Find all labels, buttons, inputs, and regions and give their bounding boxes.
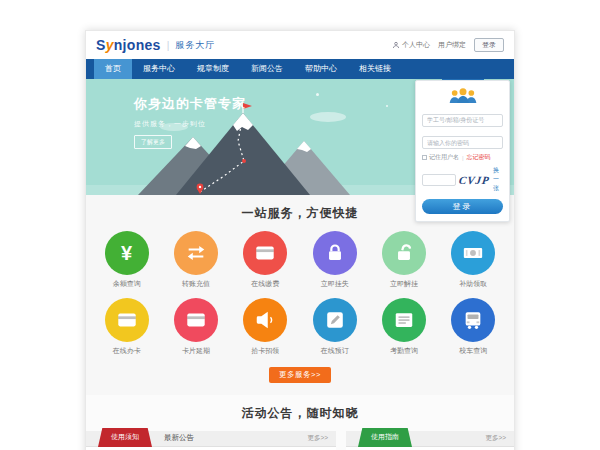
right-more-link[interactable]: 更多>> bbox=[485, 430, 514, 446]
announcement-panels: 使用须知 最新公告 更多>> 使用指南 更多>> bbox=[86, 431, 514, 450]
remember-checkbox[interactable] bbox=[422, 155, 427, 160]
lock-icon bbox=[313, 231, 357, 275]
tab-latest-announcements[interactable]: 最新公告 bbox=[152, 430, 206, 446]
service-label: 补助领取 bbox=[439, 279, 508, 289]
service-label: 在线办卡 bbox=[92, 346, 161, 356]
nav-item-home[interactable]: 首页 bbox=[94, 59, 132, 79]
hero-banner: 你身边的卡管专家 提供服务，一步到位 了解更多 登录 bbox=[86, 79, 514, 195]
service-item-found-card[interactable]: 拾卡招领 bbox=[231, 298, 300, 356]
service-item-school-bus[interactable]: 校车查询 bbox=[439, 298, 508, 356]
logo-y: y bbox=[106, 37, 114, 53]
remember-label: 记住用户名 bbox=[429, 153, 459, 162]
service-item-subsidy[interactable]: 补助领取 bbox=[439, 231, 508, 289]
left-announcement-panel: 使用须知 最新公告 更多>> bbox=[86, 431, 336, 450]
card-icon bbox=[105, 298, 149, 342]
logo-rest: njones bbox=[114, 37, 161, 53]
password-input[interactable] bbox=[422, 136, 503, 149]
header-user-area: 个人中心 用户绑定 登录 bbox=[392, 38, 504, 52]
sparkle-dot bbox=[316, 93, 319, 96]
services-grid: ¥ 余额查询 转账充值 在线缴费 立即挂失 bbox=[92, 231, 508, 356]
right-tabbar: 使用指南 更多>> bbox=[346, 431, 514, 447]
more-services-button[interactable]: 更多服务>> bbox=[269, 367, 331, 383]
edit-icon bbox=[313, 298, 357, 342]
personal-center-label: 个人中心 bbox=[402, 40, 430, 50]
captcha-image: CVJP bbox=[458, 174, 491, 186]
login-card: 记住用户名 | 忘记密码 CVJP 换一张 登录 bbox=[415, 80, 510, 222]
banknote-icon bbox=[451, 231, 495, 275]
tab-usage-notes[interactable]: 使用须知 bbox=[98, 428, 152, 447]
service-label: 转账充值 bbox=[161, 279, 230, 289]
sparkle-dot bbox=[386, 105, 388, 107]
hero-copy: 你身边的卡管专家 提供服务，一步到位 了解更多 bbox=[134, 95, 246, 149]
nav-item-help[interactable]: 帮助中心 bbox=[294, 59, 348, 79]
main-nav: 首页 服务中心 规章制度 新闻公告 帮助中心 相关链接 bbox=[86, 59, 514, 79]
yuan-icon: ¥ bbox=[105, 231, 149, 275]
hero-subtitle: 提供服务，一步到位 bbox=[134, 119, 246, 129]
service-label: 立即挂失 bbox=[300, 279, 369, 289]
login-panel: 登录 记住用户名 | 忘记密码 CVJP 换一张 bbox=[415, 69, 510, 222]
megaphone-icon bbox=[243, 298, 287, 342]
service-item-attendance[interactable]: 考勤查询 bbox=[369, 298, 438, 356]
login-submit-button[interactable]: 登录 bbox=[422, 199, 503, 214]
site-name: 服务大厅 bbox=[175, 39, 215, 52]
person-icon bbox=[392, 41, 400, 49]
services-section: 一站服务，方便快捷 ¥ 余额查询 转账充值 在线缴费 bbox=[86, 195, 514, 395]
left-more-link[interactable]: 更多>> bbox=[307, 430, 336, 446]
service-item-report-loss[interactable]: 立即挂失 bbox=[300, 231, 369, 289]
remember-divider: | bbox=[462, 155, 464, 161]
service-label: 考勤查询 bbox=[369, 346, 438, 356]
captcha-refresh-link[interactable]: 换一张 bbox=[493, 166, 503, 193]
service-item-online-booking[interactable]: 在线预订 bbox=[300, 298, 369, 356]
nav-item-links[interactable]: 相关链接 bbox=[348, 59, 402, 79]
service-label: 拾卡招领 bbox=[231, 346, 300, 356]
page-container: Synjones | 服务大厅 个人中心 用户绑定 登录 首页 服务中心 规章制… bbox=[85, 30, 515, 450]
bus-icon bbox=[451, 298, 495, 342]
announcements-heading: 活动公告，随时知晓 bbox=[86, 405, 514, 422]
service-label: 在线预订 bbox=[300, 346, 369, 356]
header-login-button[interactable]: 登录 bbox=[474, 38, 504, 52]
service-item-balance[interactable]: ¥ 余额查询 bbox=[92, 231, 161, 289]
hero-cta-button[interactable]: 了解更多 bbox=[134, 135, 172, 149]
service-label: 卡片延期 bbox=[161, 346, 230, 356]
list-icon bbox=[382, 298, 426, 342]
left-tabbar: 使用须知 最新公告 更多>> bbox=[86, 431, 336, 447]
announcements-section: 活动公告，随时知晓 使用须知 最新公告 更多>> 使用指南 更多>> bbox=[86, 395, 514, 450]
nav-item-service-center[interactable]: 服务中心 bbox=[132, 59, 186, 79]
service-label: 立即解挂 bbox=[369, 279, 438, 289]
service-item-card-extension[interactable]: 卡片延期 bbox=[161, 298, 230, 356]
nav-item-rules[interactable]: 规章制度 bbox=[186, 59, 240, 79]
tab-user-guide[interactable]: 使用指南 bbox=[358, 428, 412, 447]
users-icon bbox=[448, 87, 478, 104]
service-label: 校车查询 bbox=[439, 346, 508, 356]
service-item-transfer[interactable]: 转账充值 bbox=[161, 231, 230, 289]
service-item-unfreeze[interactable]: 立即解挂 bbox=[369, 231, 438, 289]
forgot-password-link[interactable]: 忘记密码 bbox=[467, 153, 491, 162]
logo-divider: | bbox=[167, 40, 170, 51]
card-icon bbox=[243, 231, 287, 275]
user-binding-label: 用户绑定 bbox=[438, 40, 466, 50]
captcha-row: CVJP 换一张 bbox=[422, 166, 503, 193]
nav-item-news[interactable]: 新闻公告 bbox=[240, 59, 294, 79]
user-binding-link[interactable]: 用户绑定 bbox=[438, 40, 466, 50]
unlock-icon bbox=[382, 231, 426, 275]
logo-s: S bbox=[96, 37, 106, 53]
service-label: 余额查询 bbox=[92, 279, 161, 289]
captcha-input[interactable] bbox=[422, 174, 456, 186]
hero-title: 你身边的卡管专家 bbox=[134, 95, 246, 113]
card-icon bbox=[174, 298, 218, 342]
remember-row: 记住用户名 | 忘记密码 bbox=[422, 153, 503, 162]
service-item-apply-card[interactable]: 在线办卡 bbox=[92, 298, 161, 356]
service-label: 在线缴费 bbox=[231, 279, 300, 289]
personal-center-link[interactable]: 个人中心 bbox=[392, 40, 430, 50]
right-announcement-panel: 使用指南 更多>> bbox=[346, 431, 514, 450]
logo: Synjones bbox=[96, 37, 161, 53]
service-item-pay[interactable]: 在线缴费 bbox=[231, 231, 300, 289]
top-header: Synjones | 服务大厅 个人中心 用户绑定 登录 bbox=[86, 31, 514, 59]
username-input[interactable] bbox=[422, 114, 503, 127]
transfer-icon bbox=[174, 231, 218, 275]
